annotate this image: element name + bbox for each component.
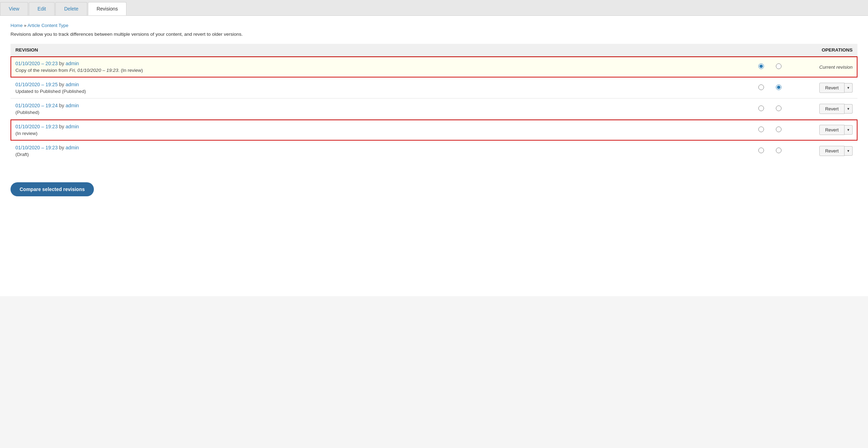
revision-note: Copy of the revision from Fri, 01/10/202… xyxy=(15,68,748,73)
revision-radio1-cell xyxy=(752,141,770,162)
revision-radio1[interactable] xyxy=(758,84,764,90)
revision-user-link[interactable]: admin xyxy=(66,82,79,87)
col-revision-header: REVISION xyxy=(11,44,752,56)
revision-by-label: by xyxy=(58,61,66,66)
revert-dropdown-button[interactable]: ▾ xyxy=(845,104,853,114)
col-radio2-header xyxy=(770,44,787,56)
revision-radio2-cell xyxy=(770,141,787,162)
revert-button[interactable]: Revert xyxy=(819,104,845,114)
revision-radio2[interactable] xyxy=(776,63,781,69)
revision-radio2[interactable] xyxy=(776,84,781,90)
revision-info-cell: 01/10/2020 – 19:23 by admin(Draft) xyxy=(11,141,752,162)
current-revision-label: Current revision xyxy=(819,65,853,70)
revert-button[interactable]: Revert xyxy=(819,146,845,156)
revision-ops-cell: Current revision xyxy=(787,56,857,77)
revision-radio2-cell xyxy=(770,120,787,141)
tab-edit[interactable]: Edit xyxy=(29,2,55,15)
revision-user-link[interactable]: admin xyxy=(66,103,79,108)
compare-btn-wrapper: Compare selected revisions xyxy=(11,172,857,196)
revision-radio1-cell xyxy=(752,120,770,141)
revision-date-link[interactable]: 01/10/2020 – 19:23 xyxy=(15,124,58,129)
breadcrumb: Home » Article Content Type xyxy=(11,23,857,28)
revert-button[interactable]: Revert xyxy=(819,125,845,135)
revision-note: Updated to Published (Published) xyxy=(15,89,748,94)
revert-btn-group: Revert▾ xyxy=(819,146,853,156)
revision-ops-cell: Revert▾ xyxy=(787,120,857,141)
revision-user-link[interactable]: admin xyxy=(66,145,79,150)
revision-note: (In review) xyxy=(15,131,748,136)
revision-note: (Published) xyxy=(15,110,748,115)
revision-radio1-cell xyxy=(752,77,770,99)
revision-radio1[interactable] xyxy=(758,127,764,132)
revisions-table: REVISION OPERATIONS 01/10/2020 – 20:23 b… xyxy=(11,44,857,161)
revision-radio2[interactable] xyxy=(776,148,781,153)
revert-btn-group: Revert▾ xyxy=(819,125,853,135)
revision-radio2-cell xyxy=(770,56,787,77)
compare-selected-button[interactable]: Compare selected revisions xyxy=(11,182,94,196)
breadcrumb-sep: » xyxy=(24,23,26,28)
table-row: 01/10/2020 – 19:23 by admin(In review)Re… xyxy=(11,120,857,141)
revision-radio1[interactable] xyxy=(758,106,764,111)
col-operations-header: OPERATIONS xyxy=(787,44,857,56)
revert-dropdown-button[interactable]: ▾ xyxy=(845,125,853,135)
revision-by-label: by xyxy=(58,124,66,129)
revision-ops-cell: Revert▾ xyxy=(787,141,857,162)
revision-info-cell: 01/10/2020 – 19:23 by admin(In review) xyxy=(11,120,752,141)
revision-radio2[interactable] xyxy=(776,106,781,111)
table-row: 01/10/2020 – 20:23 by adminCopy of the r… xyxy=(11,56,857,77)
revision-radio1[interactable] xyxy=(758,63,764,69)
revision-by-label: by xyxy=(58,145,66,150)
breadcrumb-page[interactable]: Article Content Type xyxy=(27,23,68,28)
revision-user-link[interactable]: admin xyxy=(66,124,79,129)
revision-info-cell: 01/10/2020 – 19:24 by admin(Published) xyxy=(11,99,752,120)
revert-button[interactable]: Revert xyxy=(819,83,845,93)
tabs-bar: View Edit Delete Revisions xyxy=(0,0,868,16)
tab-revisions[interactable]: Revisions xyxy=(88,2,127,15)
revision-radio2[interactable] xyxy=(776,127,781,132)
revision-info-cell: 01/10/2020 – 20:23 by adminCopy of the r… xyxy=(11,56,752,77)
revision-ops-cell: Revert▾ xyxy=(787,99,857,120)
revision-user-link[interactable]: admin xyxy=(66,61,79,66)
revision-by-label: by xyxy=(58,103,66,108)
table-row: 01/10/2020 – 19:24 by admin(Published)Re… xyxy=(11,99,857,120)
main-content: Home » Article Content Type Revisions al… xyxy=(0,16,868,296)
revision-radio2-cell xyxy=(770,99,787,120)
breadcrumb-home[interactable]: Home xyxy=(11,23,23,28)
table-row: 01/10/2020 – 19:23 by admin(Draft)Revert… xyxy=(11,141,857,162)
col-radio1-header xyxy=(752,44,770,56)
revision-radio1-cell xyxy=(752,56,770,77)
revert-btn-group: Revert▾ xyxy=(819,83,853,93)
revision-ops-cell: Revert▾ xyxy=(787,77,857,99)
revision-date-link[interactable]: 01/10/2020 – 19:23 xyxy=(15,145,58,150)
revision-radio2-cell xyxy=(770,77,787,99)
revision-note: (Draft) xyxy=(15,152,748,157)
revert-dropdown-button[interactable]: ▾ xyxy=(845,83,853,93)
tab-delete[interactable]: Delete xyxy=(55,2,87,15)
revision-radio1[interactable] xyxy=(758,148,764,153)
revision-date-link[interactable]: 01/10/2020 – 19:25 xyxy=(15,82,58,87)
revert-dropdown-button[interactable]: ▾ xyxy=(845,146,853,156)
tab-view[interactable]: View xyxy=(0,2,28,15)
revision-date-link[interactable]: 01/10/2020 – 19:24 xyxy=(15,103,58,108)
page-description: Revisions allow you to track differences… xyxy=(11,32,857,37)
revision-info-cell: 01/10/2020 – 19:25 by adminUpdated to Pu… xyxy=(11,77,752,99)
table-row: 01/10/2020 – 19:25 by adminUpdated to Pu… xyxy=(11,77,857,99)
revision-radio1-cell xyxy=(752,99,770,120)
revision-date-link[interactable]: 01/10/2020 – 20:23 xyxy=(15,61,58,66)
revision-by-label: by xyxy=(58,82,66,87)
table-header-row: REVISION OPERATIONS xyxy=(11,44,857,56)
revert-btn-group: Revert▾ xyxy=(819,104,853,114)
